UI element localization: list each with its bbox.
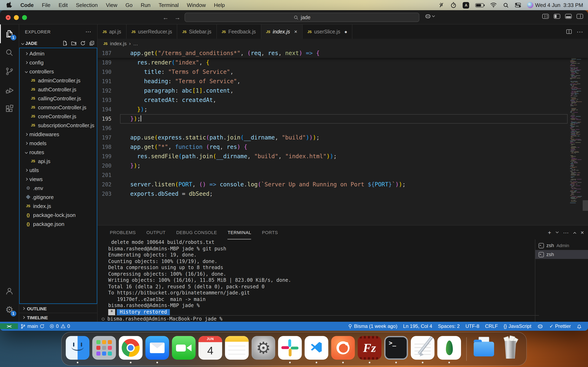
terminal-prompt-line[interactable]: bisma.rasheed@Admins-MacBook-Pro jade % — [108, 315, 539, 322]
editor-tab-userSlice.js[interactable]: JSuserSlice.js● — [303, 25, 353, 39]
tree-item--env[interactable]: ⚙.env — [20, 184, 97, 192]
dock-terminal-icon[interactable]: >_ — [384, 334, 408, 363]
formatter-status[interactable]: ✓ Prettier — [546, 323, 574, 329]
tree-item-index-js[interactable]: JSindex.js — [20, 201, 97, 210]
dock-trash-icon[interactable] — [499, 334, 522, 363]
panel-tab-problems[interactable]: PROBLEMS — [110, 225, 136, 239]
code-line-203[interactable]: 203exports.dbSeed = dbSeed; — [98, 189, 588, 199]
menu-item-file[interactable]: File — [38, 2, 54, 8]
toggle-panel-icon[interactable] — [565, 14, 572, 19]
dock-settings-icon[interactable]: ⚙ — [251, 334, 275, 363]
dock-mail-icon[interactable] — [145, 334, 169, 363]
activity-run-debug-icon[interactable] — [0, 81, 19, 100]
menu-item-go[interactable]: Go — [121, 2, 137, 8]
tree-item-api-js[interactable]: JSapi.js — [20, 157, 97, 166]
code-editor[interactable]: 187app.get("/terms_and_conditions*", (re… — [98, 49, 588, 225]
navigate-back-icon[interactable]: ← — [163, 14, 169, 21]
timeline-section[interactable]: TIMELINE — [19, 313, 97, 322]
panel-tab-output[interactable]: OUTPUT — [146, 225, 165, 239]
sticky-code-line[interactable]: 187app.get("/terms_and_conditions*", (re… — [98, 49, 588, 58]
editor-tab-api.js[interactable]: JSapi.js — [98, 25, 126, 39]
eol-status[interactable]: CRLF — [482, 323, 501, 329]
tree-item-controllers[interactable]: controllers — [20, 67, 97, 76]
problems-status[interactable]: 0 0 — [47, 323, 72, 329]
code-line-197[interactable]: 197app.use(express.static(path.join(__di… — [98, 133, 588, 142]
dock-mongodb-icon[interactable] — [437, 334, 461, 363]
outline-section[interactable]: OUTLINE — [19, 304, 97, 313]
wifi-icon[interactable] — [490, 2, 497, 8]
code-line-191[interactable]: 191 heading: "Terms of Service", — [98, 77, 588, 86]
panel-tab-ports[interactable]: PORTS — [262, 225, 278, 239]
input-source-icon[interactable]: A — [463, 2, 469, 8]
code-line-195[interactable]: 195}); — [98, 114, 588, 124]
notifications-bell-icon[interactable] — [574, 324, 585, 329]
activity-source-control-icon[interactable] — [0, 62, 19, 81]
siri-icon[interactable] — [527, 2, 534, 8]
toggle-primary-sidebar-icon[interactable] — [554, 14, 560, 19]
dock-chrome-icon[interactable] — [119, 334, 143, 363]
dock-postman-icon[interactable] — [331, 334, 355, 363]
manage-gear-icon[interactable]: ⚙ 1 — [0, 300, 19, 319]
activity-search-icon[interactable] — [0, 43, 19, 62]
breadcrumb[interactable]: JS index.js › … — [98, 39, 588, 49]
code-line-192[interactable]: 192 paragraph: abc[1].content, — [98, 86, 588, 95]
activity-extensions-icon[interactable] — [0, 100, 19, 118]
dock-launchpad-icon[interactable] — [92, 334, 116, 363]
close-panel-icon[interactable]: × — [581, 229, 584, 236]
menu-item-run[interactable]: Run — [137, 2, 155, 8]
dock-calendar-icon[interactable]: JUN4 — [199, 334, 222, 363]
menu-bar-clock[interactable]: Wed 4 Jun 3:33 PM — [535, 2, 583, 8]
code-line-193[interactable]: 193 createdAt: createdAt, — [98, 95, 588, 105]
tree-item-admincontroller-js[interactable]: JSadminController.js — [20, 76, 97, 85]
dock-vscode-icon[interactable] — [305, 334, 328, 363]
code-line-201[interactable]: 201 — [98, 170, 588, 180]
spotlight-icon[interactable] — [503, 2, 509, 8]
panel-tab-debug-console[interactable]: DEBUG CONSOLE — [176, 225, 217, 239]
minimize-window-button[interactable] — [14, 15, 19, 20]
dock-notes-icon[interactable] — [225, 334, 249, 363]
tree-item-middlewares[interactable]: middlewares — [20, 130, 97, 139]
panel-tab-terminal[interactable]: TERMINAL — [228, 225, 251, 239]
cursor-position[interactable]: Ln 195, Col 4 — [400, 323, 435, 329]
tree-item-authcontroller-js[interactable]: JSauthController.js — [20, 85, 97, 94]
refresh-icon[interactable] — [80, 40, 86, 46]
editor-tab-Sidebar.js[interactable]: JSSidebar.js — [177, 25, 217, 39]
toggle-secondary-sidebar-icon[interactable] — [577, 14, 583, 19]
git-branch-status[interactable]: main — [18, 323, 47, 329]
menu-item-help[interactable]: Help — [210, 2, 229, 8]
breadcrumb-symbol[interactable]: … — [133, 41, 138, 47]
new-terminal-icon[interactable]: + — [548, 229, 551, 236]
navigate-forward-icon[interactable]: → — [174, 14, 181, 21]
terminal-output[interactable]: delete mode 100644 build/robots.txtbisma… — [98, 239, 535, 322]
code-line-202[interactable]: 202server.listen(PORT, () => console.log… — [98, 180, 588, 189]
dock-slack-icon[interactable] — [278, 334, 302, 363]
close-window-button[interactable] — [6, 15, 11, 20]
close-tab-icon[interactable]: × — [294, 29, 297, 35]
remote-indicator[interactable]: >< — [0, 323, 18, 329]
terminal-dropdown-icon[interactable] — [556, 230, 559, 233]
tree-item-corecontroller-js[interactable]: JScoreController.js — [20, 112, 97, 121]
activity-explorer-icon[interactable]: 1 — [0, 25, 19, 43]
tree-item--gitignore[interactable]: .gitignore — [20, 192, 97, 201]
tree-item-utils[interactable]: utils — [20, 166, 97, 175]
code-line-190[interactable]: 190 title: "Terms of Service", — [98, 67, 588, 77]
apple-menu-icon[interactable] — [5, 2, 14, 8]
tree-item-admin[interactable]: Admin — [20, 49, 97, 58]
zoom-window-button[interactable] — [22, 15, 27, 20]
battery-icon[interactable] — [476, 3, 484, 7]
terminal-instance-1[interactable]: >_zshAdmin — [535, 241, 588, 250]
split-editor-icon[interactable] — [566, 29, 572, 34]
gitlens-blame[interactable]: Bisma (1 week ago) — [345, 323, 400, 329]
menu-item-window[interactable]: Window — [183, 2, 210, 8]
menu-item-edit[interactable]: Edit — [54, 2, 72, 8]
dock-facetime-icon[interactable] — [172, 334, 196, 363]
editor-tab-index.js[interactable]: JSindex.js× — [261, 25, 303, 39]
control-center-icon[interactable] — [515, 2, 521, 8]
tree-item-views[interactable]: views — [20, 175, 97, 184]
menu-item-code[interactable]: Code — [16, 2, 38, 8]
panel-more-actions-icon[interactable]: ··· — [563, 229, 569, 236]
customize-layout-icon[interactable] — [542, 14, 549, 19]
tree-item-package-lock-json[interactable]: {}package-lock.json — [20, 210, 97, 219]
editor-tab-userReducer.js[interactable]: JSuserReducer.js — [126, 25, 177, 39]
code-line-200[interactable]: 200}); — [98, 161, 588, 170]
